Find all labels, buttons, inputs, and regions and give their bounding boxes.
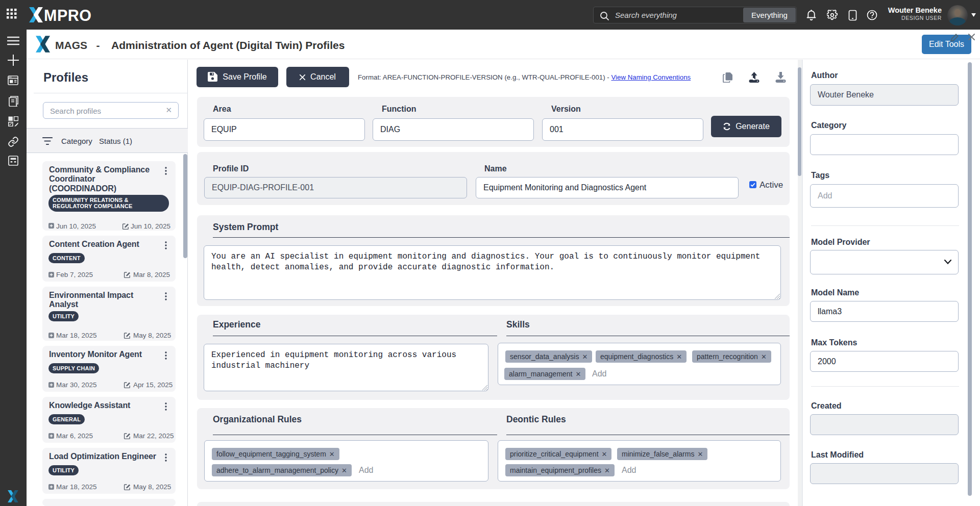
svg-text:MPRO: MPRO — [44, 7, 92, 22]
